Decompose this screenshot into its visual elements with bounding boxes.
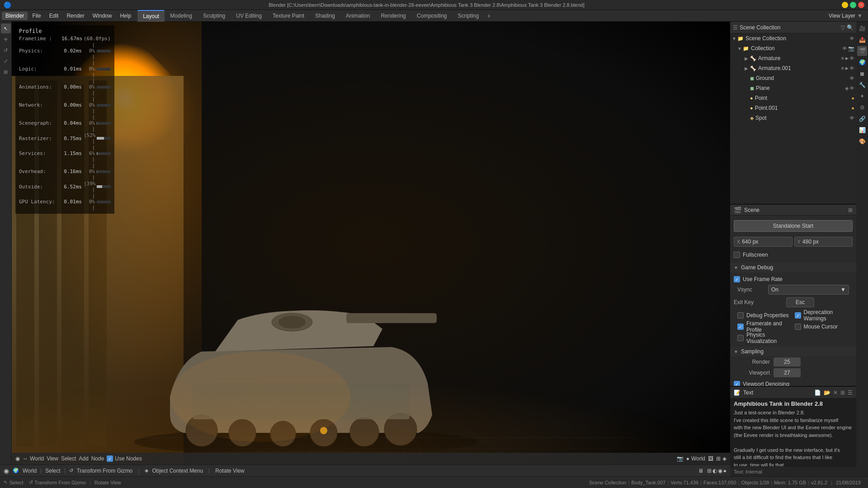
tab-texture-paint[interactable]: Texture Paint	[267, 10, 310, 22]
use-frame-rate-checkbox[interactable]: ✓	[734, 276, 740, 282]
ol-spot[interactable]: ◈ Spot 👁	[730, 113, 856, 123]
tab-modeling[interactable]: Modeling	[165, 10, 198, 22]
bt-shading-icons[interactable]: ⊞ ◐ ◉ ●	[707, 468, 726, 474]
physics-viz-checkbox[interactable]	[737, 335, 744, 341]
ol-vis-plane[interactable]: 👁	[849, 85, 854, 91]
menu-window[interactable]: Window	[89, 12, 116, 20]
ol-plane[interactable]: ◼ Plane ◈ 👁	[730, 83, 856, 93]
bt-render-icon[interactable]: 🖥	[698, 468, 703, 474]
ol-armature[interactable]: ▶ 🦴 Armature ⊕ ▶ 👁	[730, 53, 856, 63]
bt-transform-from-gizmo[interactable]: Transform From Gizmo	[77, 468, 133, 474]
te-new-icon[interactable]: 📄	[814, 389, 821, 396]
framerate-profile-checkbox[interactable]: ✓	[737, 324, 744, 330]
ol-pose-armature[interactable]: ⊕	[841, 56, 844, 61]
tab-animation[interactable]: Animation	[340, 10, 375, 22]
te-display-icons[interactable]: ☰	[848, 389, 853, 396]
ol-vis-collection[interactable]: 👁	[842, 46, 847, 51]
vp-view-menu[interactable]: ↔ World	[23, 455, 44, 462]
tool-scale[interactable]: ⤢	[1, 56, 11, 66]
exit-key-field[interactable]: Esc	[786, 297, 814, 307]
menu-edit[interactable]: Edit	[46, 12, 62, 20]
add-workspace-button[interactable]: +	[484, 11, 493, 20]
props-icon-world[interactable]: 🌍	[857, 57, 867, 67]
te-close-icon[interactable]: ✕	[833, 389, 838, 396]
menu-file[interactable]: File	[28, 12, 44, 20]
props-expand-icon[interactable]: ⊞	[848, 207, 853, 213]
props-icon-scene[interactable]: 🎬	[857, 46, 867, 56]
vp-camera-icons[interactable]: 📷	[677, 455, 684, 462]
menu-blender[interactable]: Blender	[2, 12, 28, 20]
outliner-search-icon[interactable]: 🔍	[847, 24, 854, 31]
tool-transform[interactable]: ⊞	[1, 67, 11, 77]
tool-rotate[interactable]: ↺	[1, 45, 11, 55]
ol-vis-point001[interactable]: ●	[851, 105, 854, 111]
props-icon-physics[interactable]: ⚙	[857, 103, 867, 113]
maximize-button[interactable]: □	[850, 2, 856, 8]
ol-point-001[interactable]: ● Point.001 ●	[730, 103, 856, 113]
ol-point[interactable]: ● Point ●	[730, 93, 856, 103]
ol-collection[interactable]: ▼ 📁 Collection 👁 📷	[730, 43, 856, 53]
props-icon-output[interactable]: 📤	[857, 35, 867, 45]
te-open-icon[interactable]: 📂	[824, 389, 830, 396]
ol-anim-armature[interactable]: ▶	[845, 56, 849, 61]
vsync-dropdown[interactable]: On ▼	[768, 285, 849, 295]
mouse-cursor-checkbox[interactable]	[795, 324, 801, 330]
ol-vis-spot[interactable]: 👁	[849, 115, 854, 121]
viewport-sampling-field[interactable]: 27	[774, 368, 801, 377]
vp-tool-select-mode[interactable]: ◉	[15, 455, 20, 462]
viewport-denoising-checkbox[interactable]: ✓	[734, 381, 740, 386]
props-icon-constraints[interactable]: 🔗	[857, 114, 867, 124]
tab-uv-editing[interactable]: UV Editing	[231, 10, 267, 22]
tool-move[interactable]: ✛	[1, 34, 11, 44]
ol-render-collection[interactable]: 📷	[848, 46, 854, 52]
x-field[interactable]: X 640 px	[734, 237, 793, 247]
ol-camera-plane[interactable]: ◈	[845, 85, 849, 91]
ol-scene-collection[interactable]: ▼ 📁 Scene Collection 👁	[730, 33, 856, 43]
tool-select[interactable]: ↖	[1, 23, 11, 33]
select-mode-btn[interactable]: ◉	[4, 467, 9, 474]
tab-scripting[interactable]: Scripting	[453, 10, 485, 22]
bt-select-label[interactable]: Select	[45, 468, 60, 474]
ol-anim-armature001[interactable]: ▶	[845, 66, 849, 70]
props-icon-object[interactable]: ◼	[857, 69, 867, 79]
vp-render-icons[interactable]: 🖼	[708, 455, 713, 462]
vp-add-label[interactable]: Add	[79, 455, 88, 462]
vp-view-label[interactable]: View	[47, 455, 58, 462]
vp-display-mode[interactable]: ⊞ ◈	[716, 455, 726, 462]
vp-world-display[interactable]: ● World	[686, 455, 705, 462]
bt-rotate-view[interactable]: Rotate View	[215, 468, 244, 474]
ol-vis-scene[interactable]: 👁	[849, 36, 854, 41]
use-nodes-checkbox[interactable]: ✓	[107, 455, 113, 462]
ol-pose-armature001[interactable]: ⊕	[841, 66, 844, 70]
deprecation-warn-checkbox[interactable]: ✓	[795, 312, 801, 319]
ol-ground[interactable]: ◼ Ground 👁	[730, 73, 856, 83]
menu-render[interactable]: Render	[63, 12, 88, 20]
game-debug-header[interactable]: ▼ Game Debug	[730, 263, 856, 272]
props-icon-material[interactable]: 🎨	[857, 136, 867, 146]
y-field[interactable]: Y 480 px	[794, 237, 853, 247]
tab-rendering[interactable]: Rendering	[375, 10, 411, 22]
render-sampling-field[interactable]: 25	[774, 357, 801, 366]
fullscreen-checkbox[interactable]	[734, 252, 740, 258]
ol-vis-armature[interactable]: 👁	[849, 56, 854, 61]
props-icon-render[interactable]: 🎥	[857, 23, 867, 33]
ol-vis-point[interactable]: ●	[851, 95, 854, 101]
bt-object-context[interactable]: Object Context Menu	[152, 468, 203, 474]
debug-props-checkbox[interactable]	[737, 312, 744, 319]
sampling-header[interactable]: ▼ Sampling	[730, 347, 856, 357]
ol-armature-001[interactable]: ▶ 🦴 Armature.001 ⊕ ▶ 👁	[730, 63, 856, 73]
tab-shading[interactable]: Shading	[310, 10, 340, 22]
ol-vis-armature001[interactable]: 👁	[849, 66, 854, 71]
vp-use-nodes[interactable]: ✓ Use Nodes	[107, 455, 142, 462]
props-icon-modifier[interactable]: 🔧	[857, 80, 867, 90]
tab-sculpting[interactable]: Sculpting	[198, 10, 231, 22]
te-sync-icon[interactable]: ⊞	[840, 389, 845, 396]
outliner-filter-icon[interactable]: ▽	[841, 24, 845, 31]
vp-select-label[interactable]: Select	[61, 455, 76, 462]
vp-node-label[interactable]: Node	[91, 455, 104, 462]
tab-compositing[interactable]: Compositing	[411, 10, 453, 22]
tab-layout[interactable]: Layout	[137, 10, 165, 22]
menu-help[interactable]: Help	[116, 12, 135, 20]
props-icon-data[interactable]: 📊	[857, 125, 867, 135]
close-button[interactable]: ✕	[858, 2, 864, 8]
